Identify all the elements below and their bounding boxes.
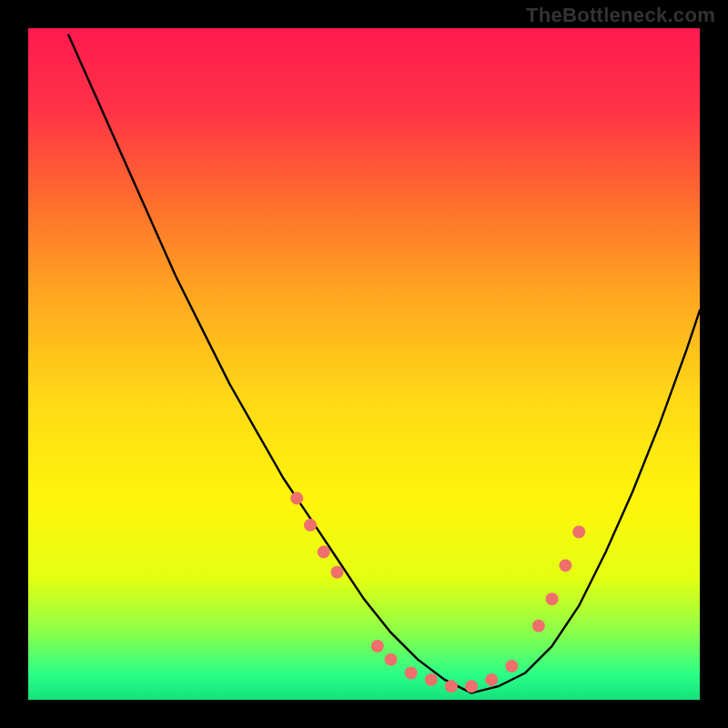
chart-frame: TheBottleneck.com [0, 0, 728, 728]
highlight-point [572, 526, 585, 539]
highlight-point [505, 660, 518, 672]
highlight-point [559, 559, 571, 571]
highlight-point [385, 653, 398, 666]
highlight-point [290, 492, 303, 505]
highlight-point [331, 566, 344, 579]
highlight-point [546, 592, 559, 605]
highlight-point [371, 640, 384, 652]
highlight-point [485, 673, 498, 686]
highlight-point [425, 673, 438, 686]
highlight-point [465, 680, 478, 693]
highlight-point [532, 620, 545, 632]
bottleneck-chart [0, 0, 728, 728]
highlight-point [405, 667, 418, 680]
highlight-point [445, 680, 458, 693]
highlight-point [318, 546, 330, 559]
watermark-text: TheBottleneck.com [526, 4, 715, 27]
highlight-point [304, 519, 317, 531]
